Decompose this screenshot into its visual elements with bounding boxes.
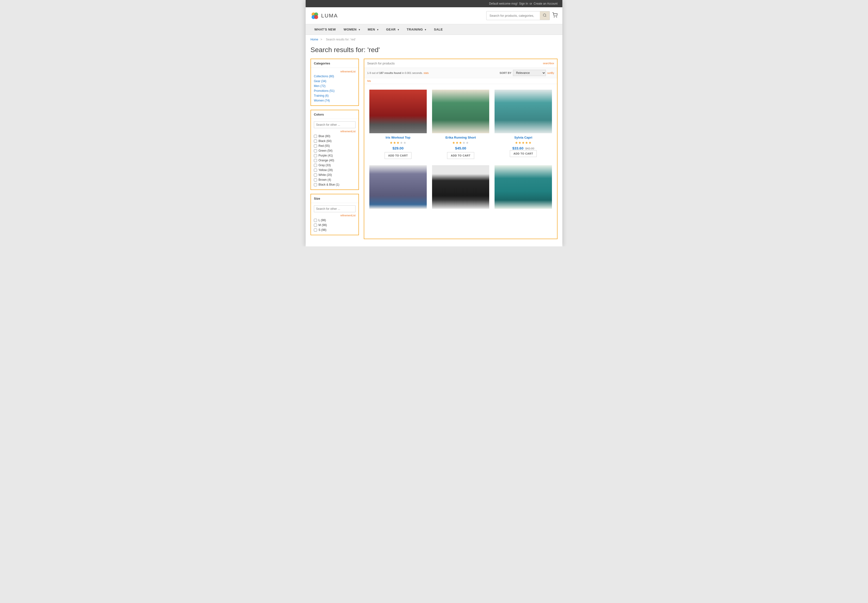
sidebar: Categories refinementList Collections (8…: [310, 59, 359, 239]
svg-point-5: [554, 17, 554, 17]
star1: ★: [390, 141, 393, 145]
color-black-blue: Black & Blue (1): [314, 182, 355, 187]
product-sylvia-name[interactable]: Sylvia Capri: [494, 136, 552, 139]
color-white-label[interactable]: White (20): [318, 173, 332, 176]
hits-label: hits: [364, 78, 557, 84]
nav-gear[interactable]: Gear ▾: [382, 24, 403, 35]
add-to-cart-sylvia[interactable]: ADD TO CART: [510, 150, 537, 157]
color-orange: Orange (40): [314, 158, 355, 163]
size-s-checkbox[interactable]: [314, 229, 317, 232]
logo[interactable]: LUMA: [310, 11, 338, 20]
colors-refinement-label[interactable]: refinementList: [314, 130, 355, 133]
size-s: S (98): [314, 227, 355, 232]
color-red-label[interactable]: Red (55): [318, 144, 330, 148]
product-card-sylvia: Sylvia Capri ★ ★ ★ ★ ★ $33.60 $42.00 ADD…: [492, 87, 554, 162]
header-search-input[interactable]: [487, 12, 540, 19]
product-iris-image: [369, 90, 427, 133]
color-purple-label[interactable]: Purple (41): [318, 154, 333, 157]
color-white-checkbox[interactable]: [314, 173, 317, 176]
size-m: M (98): [314, 223, 355, 227]
star3: ★: [522, 141, 525, 145]
color-green-label[interactable]: Green (54): [318, 149, 332, 152]
products-search-bar: searchbox: [364, 59, 557, 68]
colors-title: Colors: [311, 110, 358, 119]
header-search-button[interactable]: [540, 11, 550, 20]
color-black-label[interactable]: Black (64): [318, 139, 332, 143]
product-sylvia-price-section: $33.60 $42.00: [494, 146, 552, 150]
star3: ★: [397, 141, 400, 145]
cart-button[interactable]: [552, 12, 558, 19]
color-purple: Purple (41): [314, 153, 355, 158]
color-gray-label[interactable]: Gray (33): [318, 164, 331, 167]
category-training[interactable]: Training (6): [314, 93, 355, 98]
color-red-checkbox[interactable]: [314, 144, 317, 148]
color-yellow-label[interactable]: Yellow (28): [318, 169, 333, 172]
color-gray-checkbox[interactable]: [314, 164, 317, 167]
nav-sale[interactable]: Sale: [430, 24, 447, 35]
svg-point-3: [314, 15, 318, 19]
colors-search-input[interactable]: [314, 121, 355, 128]
product-card-backpack: [429, 162, 492, 214]
breadcrumb-home[interactable]: Home: [310, 38, 318, 41]
sort-select[interactable]: Relevance Price: Low to High Price: High…: [513, 70, 546, 76]
nav-whats-new[interactable]: What's New: [310, 24, 340, 35]
svg-point-6: [556, 17, 557, 17]
welcome-message: Default welcome msg!: [489, 2, 517, 5]
header: LUMA: [306, 7, 562, 24]
color-blue-label[interactable]: Blue (80): [318, 135, 331, 138]
size-l-checkbox[interactable]: [314, 219, 317, 222]
color-blackblue-checkbox[interactable]: [314, 183, 317, 186]
category-promotions[interactable]: Promotions (51): [314, 88, 355, 93]
color-blackblue-label[interactable]: Black & Blue (1): [318, 183, 339, 186]
category-men[interactable]: Men (72): [314, 83, 355, 88]
color-yellow-checkbox[interactable]: [314, 169, 317, 172]
product-iris-name[interactable]: Iris Workout Top: [369, 136, 427, 139]
categories-filter: Categories refinementList Collections (8…: [310, 59, 359, 106]
category-gear[interactable]: Gear (34): [314, 79, 355, 83]
nav-training[interactable]: Training ▾: [403, 24, 430, 35]
product-iris-price: $29.00: [369, 146, 427, 150]
product-erika-image: [432, 90, 490, 133]
star5: ★: [466, 141, 469, 145]
sign-in-link[interactable]: Sign In: [519, 2, 528, 5]
star4: ★: [525, 141, 528, 145]
product-sylvia-sale-price: $33.60: [512, 146, 524, 150]
category-collections[interactable]: Collections (80): [314, 74, 355, 79]
color-brown-checkbox[interactable]: [314, 178, 317, 181]
size-l-label[interactable]: L (98): [318, 218, 326, 222]
top-bar: Default welcome msg! Sign In or Create a…: [306, 0, 562, 7]
stats-section: 1-9 out of 187 results found in 0.001 se…: [367, 71, 429, 74]
training-dropdown-arrow: ▾: [425, 28, 426, 31]
nav-women[interactable]: Women ▾: [340, 24, 364, 35]
page-wrapper: Default welcome msg! Sign In or Create a…: [306, 0, 562, 246]
create-account-link[interactable]: Create an Account: [534, 2, 558, 5]
page-title: Search results for: 'red': [310, 46, 558, 54]
color-brown-label[interactable]: Brown (4): [318, 178, 331, 181]
sort-by-right-label: sortBy: [547, 72, 554, 74]
add-to-cart-iris[interactable]: ADD TO CART: [385, 152, 411, 159]
nav-men[interactable]: Men ▾: [364, 24, 382, 35]
product-card-erika: Erika Running Short ★ ★ ★ ★ ★ $45.00 ADD…: [429, 87, 492, 162]
size-m-label[interactable]: M (98): [318, 223, 327, 227]
stats-text: 1-9 out of 187 results found in 0.001 se…: [367, 71, 423, 74]
color-black-checkbox[interactable]: [314, 139, 317, 143]
color-green-checkbox[interactable]: [314, 149, 317, 152]
product-erika-name[interactable]: Erika Running Short: [432, 136, 490, 139]
logo-text: LUMA: [321, 12, 338, 19]
color-blue-checkbox[interactable]: [314, 135, 317, 138]
products-search-input[interactable]: [367, 62, 517, 65]
product-sylvia-image: [494, 90, 552, 133]
add-to-cart-erika[interactable]: ADD TO CART: [447, 152, 474, 159]
categories-refinement-label[interactable]: refinementList: [314, 70, 355, 73]
color-orange-label[interactable]: Orange (40): [318, 159, 334, 162]
color-orange-checkbox[interactable]: [314, 159, 317, 162]
gear-dropdown-arrow: ▾: [398, 28, 399, 31]
size-title: Size: [311, 194, 358, 203]
categories-title-text: Categories: [314, 62, 330, 65]
size-refinement-label[interactable]: refinementList: [314, 214, 355, 217]
size-search-input[interactable]: [314, 206, 355, 212]
category-women[interactable]: Women (74): [314, 98, 355, 103]
color-purple-checkbox[interactable]: [314, 154, 317, 157]
size-m-checkbox[interactable]: [314, 224, 317, 227]
size-s-label[interactable]: S (98): [318, 228, 326, 232]
